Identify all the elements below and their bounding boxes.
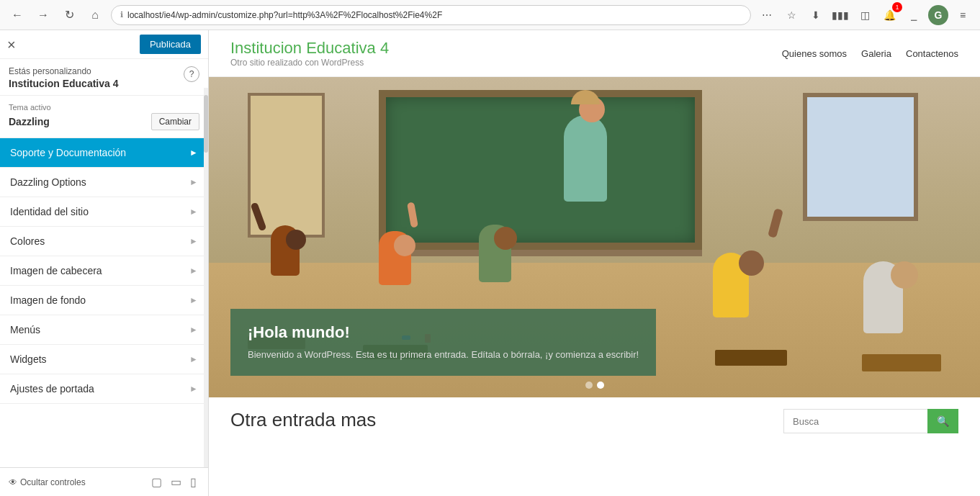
site-tagline: Otro sitio realizado con WordPress [230, 58, 389, 68]
nav-contactenos[interactable]: Contactenos [906, 48, 958, 59]
below-hero-title: Otra entrada mas [230, 409, 376, 431]
search-button[interactable]: 🔍 [927, 409, 958, 433]
search-input[interactable] [783, 409, 927, 433]
address-bar[interactable]: ℹ localhost/ie4/wp-admin/customize.php?u… [111, 5, 751, 25]
site-title-area: Institucion Educativa 4 Otro sitio reali… [230, 39, 389, 68]
hide-controls-label: Ocultar controles [20, 477, 86, 487]
tablet-view-button[interactable]: ▭ [168, 474, 184, 490]
menu-item-dazzling[interactable]: Dazzling Options ► [0, 168, 208, 197]
below-hero-section: Otra entrada mas 🔍 [209, 397, 980, 445]
notification-area: 🔔 1 [879, 5, 899, 25]
menu-item-label: Identidad del sitio [10, 206, 89, 217]
nav-quienes[interactable]: Quienes somos [782, 48, 847, 59]
customizer-footer: 👁 Ocultar controles ▢ ▭ ▯ [0, 467, 208, 496]
hide-controls-button[interactable]: 👁 Ocultar controles [9, 477, 86, 487]
slider-dot-1[interactable] [585, 382, 593, 389]
preview-area: Institucion Educativa 4 Otro sitio reali… [209, 30, 980, 496]
slider-dots [585, 382, 604, 389]
mobile-view-button[interactable]: ▯ [187, 474, 199, 490]
profile-button[interactable]: G [928, 5, 948, 25]
chevron-icon: ► [189, 354, 198, 364]
hero-overlay: ¡Hola mundo! Bienvenido a WordPress. Est… [230, 309, 656, 376]
home-button[interactable]: ⌂ [85, 5, 105, 25]
close-button[interactable]: × [7, 37, 16, 52]
bookmark-button[interactable]: ☆ [781, 5, 801, 25]
footer-device-buttons: ▢ ▭ ▯ [148, 474, 199, 490]
menu-item-label: Menús [10, 324, 40, 335]
browser-toolbar-right: ⋯ ☆ ⬇ ▮▮▮ ◫ 🔔 1 ⎯ G ≡ [757, 5, 973, 25]
menu-item-label: Imagen de fondo [10, 294, 86, 306]
theme-section: Tema activo Dazzling Cambiar [0, 96, 208, 138]
menu-item-menus[interactable]: Menús ► [0, 315, 208, 345]
desktop-view-button[interactable]: ▢ [148, 474, 165, 490]
slider-dot-2[interactable] [597, 382, 604, 389]
help-button[interactable]: ? [184, 66, 199, 82]
chevron-icon: ► [189, 295, 198, 305]
hero-box: ¡Hola mundo! Bienvenido a WordPress. Est… [230, 309, 656, 376]
menu-item-label: Imagen de cabecera [10, 265, 102, 276]
theme-name-row: Dazzling Cambiar [9, 113, 199, 130]
forward-button[interactable]: → [33, 5, 53, 25]
back-button[interactable]: ← [7, 5, 27, 25]
change-theme-button[interactable]: Cambiar [151, 113, 199, 130]
hero-title: ¡Hola mundo! [248, 323, 639, 342]
menu-button[interactable]: ≡ [953, 5, 973, 25]
chevron-icon: ► [189, 266, 198, 276]
menu-item-identidad[interactable]: Identidad del sitio ► [0, 197, 208, 227]
customizer-title-area: Estás personalizando Institucion Educati… [9, 66, 184, 89]
customizer-panel: × Publicada Estás personalizando Institu… [0, 30, 209, 496]
customizer-top-bar: × Publicada [0, 30, 208, 59]
publish-button[interactable]: Publicada [140, 35, 201, 54]
personalizing-label: Estás personalizando [9, 66, 184, 76]
library-button[interactable]: ▮▮▮ [830, 5, 850, 25]
menu-item-portada[interactable]: Ajustes de portada ► [0, 374, 208, 404]
menu-item-widgets[interactable]: Widgets ► [0, 345, 208, 374]
site-name-label: Institucion Educativa 4 [9, 78, 184, 89]
menu-item-fondo[interactable]: Imagen de fondo ► [0, 286, 208, 315]
theme-label: Tema activo [9, 103, 199, 112]
chevron-icon: ► [189, 207, 198, 217]
chevron-icon: ► [189, 177, 198, 187]
menu-item-label: Widgets [10, 353, 47, 365]
notification-badge: 1 [892, 2, 902, 12]
chevron-icon: ► [189, 325, 198, 335]
menu-item-cabecera[interactable]: Imagen de cabecera ► [0, 256, 208, 286]
eye-icon: 👁 [9, 477, 17, 487]
chevron-icon: ► [189, 384, 198, 394]
theme-name: Dazzling [9, 116, 50, 127]
address-text: localhost/ie4/wp-admin/customize.php?url… [127, 10, 742, 20]
footer-left: 👁 Ocultar controles [9, 477, 86, 487]
search-area: 🔍 [783, 409, 958, 433]
more-button[interactable]: ⋯ [757, 5, 777, 25]
menu-item-label: Dazzling Options [10, 176, 86, 188]
menu-item-label: Ajustes de portada [10, 383, 94, 394]
extensions-button[interactable]: ⎯ [904, 5, 924, 25]
site-nav: Quienes somos Galeria Contactenos [782, 48, 958, 59]
menu-item-label: Soporte y Documentación [10, 147, 126, 158]
customizer-header: Estás personalizando Institucion Educati… [0, 59, 208, 96]
browser-chrome: ← → ↻ ⌂ ℹ localhost/ie4/wp-admin/customi… [0, 0, 980, 30]
hero-area: ¡Hola mundo! Bienvenido a WordPress. Est… [209, 77, 980, 397]
nav-galeria[interactable]: Galeria [861, 48, 891, 59]
menu-item-colores[interactable]: Colores ► [0, 227, 208, 256]
menu-item-label: Colores [10, 235, 45, 247]
main-layout: × Publicada Estás personalizando Institu… [0, 30, 980, 496]
site-header: Institucion Educativa 4 Otro sitio reali… [209, 30, 980, 77]
site-title: Institucion Educativa 4 [230, 39, 389, 58]
hero-description: Bienvenido a WordPress. Esta es tu prime… [248, 348, 639, 362]
menu-item-soporte[interactable]: Soporte y Documentación ► [0, 138, 208, 168]
chevron-icon: ► [189, 148, 198, 158]
tab-button[interactable]: ◫ [855, 5, 875, 25]
customizer-menu: Tema activo Dazzling Cambiar Soporte y D… [0, 96, 208, 467]
lock-icon: ℹ [120, 10, 123, 19]
download-button[interactable]: ⬇ [806, 5, 826, 25]
chevron-icon: ► [189, 236, 198, 246]
reload-button[interactable]: ↻ [59, 5, 79, 25]
